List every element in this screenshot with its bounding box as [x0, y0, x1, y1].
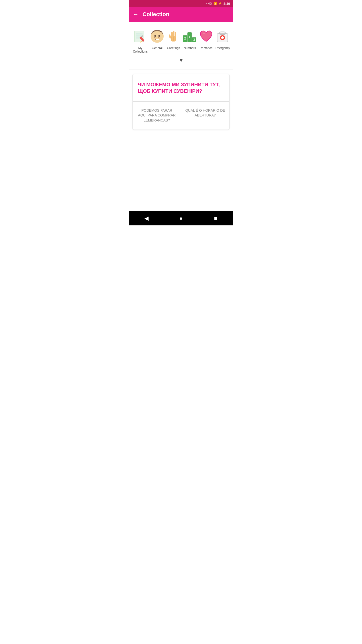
home-nav-button[interactable]: ● — [175, 212, 187, 224]
svg-text:2: 2 — [184, 37, 186, 40]
phrase-text: ЧИ МОЖЕМО МИ ЗУПИНИТИ ТУТ, ЩОБ КУПИТИ СУ… — [138, 82, 220, 94]
status-bar: ▪ 4G 📶 ⚡ 8:39 — [129, 0, 233, 7]
page-title: Collection — [143, 11, 169, 18]
emergency-icon — [214, 28, 231, 45]
svg-rect-14 — [156, 39, 159, 40]
svg-point-11 — [155, 38, 156, 38]
clock: 8:39 — [223, 2, 230, 6]
emergency-label: Emergency — [215, 46, 230, 50]
phrase-card: ЧИ МОЖЕМО МИ ЗУПИНИТИ ТУТ, ЩОБ КУПИТИ СУ… — [132, 74, 230, 130]
chevron-row[interactable]: ▾ — [180, 55, 183, 67]
category-item-romance[interactable]: Romance — [198, 27, 214, 51]
back-button[interactable]: ← — [133, 11, 139, 18]
category-item-numbers[interactable]: 2 1 3 Numbers — [182, 27, 198, 51]
svg-point-10 — [154, 37, 155, 38]
category-item-greetings[interactable]: Greetings — [165, 27, 182, 51]
battery-icon: ⚡ — [218, 2, 222, 5]
svg-text:1: 1 — [189, 35, 191, 39]
svg-point-12 — [158, 37, 159, 38]
translation-1[interactable]: PODEMOS PARAR AQUI PARA COMPRAR LEMBRANC… — [133, 102, 181, 130]
category-item-emergency[interactable]: Emergency — [214, 27, 231, 51]
svg-point-8 — [154, 35, 156, 37]
svg-point-29 — [203, 33, 205, 34]
svg-rect-19 — [169, 34, 171, 38]
content-section: ЧИ МОЖЕМО МИ ЗУПИНИТИ ТУТ, ЩОБ КУПИТИ СУ… — [129, 69, 233, 211]
category-row: My Collections — [131, 27, 231, 55]
app-bar: ← Collection — [129, 7, 233, 22]
my-collections-label: My Collections — [132, 46, 148, 54]
my-collections-icon — [132, 28, 149, 45]
category-item-my-collections[interactable]: My Collections — [131, 27, 149, 55]
sd-card-icon: ▪ — [206, 2, 207, 5]
svg-rect-17 — [173, 31, 174, 37]
chevron-down-icon[interactable]: ▾ — [180, 57, 183, 64]
svg-rect-36 — [221, 37, 224, 38]
recent-nav-button[interactable]: ■ — [210, 212, 222, 224]
svg-point-13 — [159, 38, 160, 38]
svg-point-9 — [158, 35, 160, 37]
bottom-nav: ◀ ● ■ — [129, 211, 233, 225]
phrase-main: ЧИ МОЖЕМО МИ ЗУПИНИТИ ТУТ, ЩОБ КУПИТИ СУ… — [133, 74, 229, 102]
svg-rect-18 — [175, 32, 176, 37]
category-item-general[interactable]: General — [149, 27, 165, 51]
phrase-translations: PODEMOS PARAR AQUI PARA COMPRAR LEMBRANC… — [133, 102, 229, 130]
numbers-label: Numbers — [184, 46, 196, 50]
romance-icon — [198, 28, 215, 45]
network-indicator: 4G — [208, 2, 212, 5]
signal-icon: 📶 — [213, 2, 217, 5]
greetings-icon — [165, 28, 182, 45]
svg-text:3: 3 — [193, 38, 195, 42]
svg-rect-16 — [171, 32, 173, 37]
back-nav-button[interactable]: ◀ — [140, 212, 152, 224]
svg-rect-31 — [220, 32, 225, 34]
greetings-label: Greetings — [167, 46, 180, 50]
translation-2[interactable]: QUAL É O HORÁRIO DE ABERTURA? — [181, 102, 230, 130]
general-icon — [149, 28, 166, 45]
general-label: General — [152, 46, 163, 50]
romance-label: Romance — [200, 46, 212, 50]
category-section: My Collections — [129, 22, 233, 69]
numbers-icon: 2 1 3 — [181, 28, 198, 45]
